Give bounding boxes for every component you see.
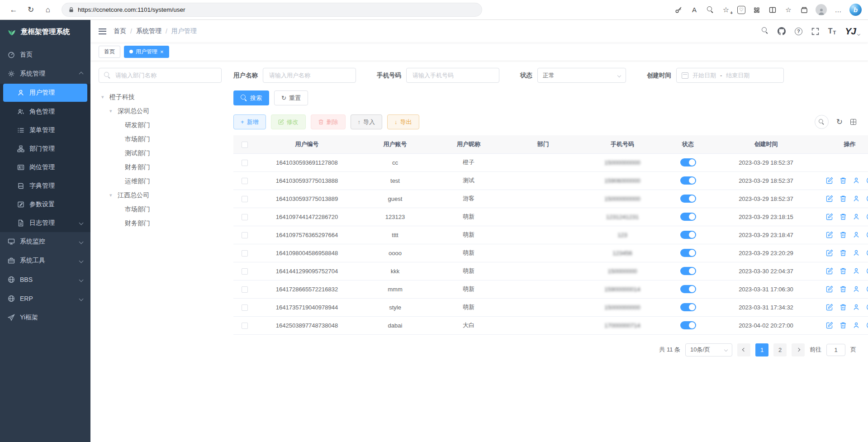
status-toggle[interactable]: [680, 195, 696, 203]
reset-button[interactable]: ↻ 重置: [274, 90, 308, 105]
github-icon[interactable]: [778, 27, 786, 35]
row-checkbox[interactable]: [242, 250, 248, 257]
sidebar-item-system-tools[interactable]: 系统工具: [0, 251, 90, 270]
status-toggle[interactable]: [680, 249, 696, 257]
page-2-button[interactable]: 2: [773, 343, 787, 356]
reset-password-icon[interactable]: [853, 267, 860, 275]
page-1-button[interactable]: 1: [755, 343, 768, 356]
add-button[interactable]: + 新增: [233, 114, 266, 129]
edit-icon[interactable]: [826, 285, 833, 293]
tree-node-dept[interactable]: 研发部门: [99, 118, 222, 132]
delete-icon[interactable]: [840, 304, 847, 311]
sidebar-item-log-management[interactable]: 日志管理: [0, 214, 90, 232]
caret-down-icon[interactable]: ▾: [101, 94, 106, 100]
tree-node-root[interactable]: ▾ 橙子科技: [99, 90, 222, 104]
sidebar-item-system-monitor[interactable]: 系统监控: [0, 232, 90, 251]
sidebar-item-erp[interactable]: ERP: [0, 289, 90, 308]
browser-back-icon[interactable]: ←: [6, 3, 21, 17]
split-screen-icon[interactable]: [768, 5, 777, 14]
sidebar-item-bbs[interactable]: BBS: [0, 270, 90, 289]
edit-icon[interactable]: [826, 249, 833, 257]
search-button[interactable]: 搜索: [233, 90, 269, 105]
delete-button[interactable]: 删除: [311, 114, 346, 129]
caret-down-icon[interactable]: ▾: [109, 192, 114, 198]
sidebar-item-param-settings[interactable]: 参数设置: [0, 195, 90, 214]
edit-icon[interactable]: [826, 322, 833, 329]
refresh-table-button[interactable]: ↻: [836, 117, 843, 127]
sidebar-item-home[interactable]: 首页: [0, 45, 90, 64]
reset-password-icon[interactable]: [853, 195, 860, 202]
collections-icon[interactable]: [800, 5, 809, 14]
password-key-icon[interactable]: [674, 5, 683, 14]
browser-home-icon[interactable]: ⌂: [41, 3, 55, 17]
search-toggle-button[interactable]: [815, 115, 829, 129]
user-avatar[interactable]: YJ: [845, 26, 860, 37]
delete-icon[interactable]: [840, 231, 847, 238]
row-checkbox[interactable]: [242, 268, 248, 275]
font-size-icon[interactable]: TT: [828, 27, 836, 35]
sidebar-item-yi-framework[interactable]: Yi框架: [0, 308, 90, 327]
reset-password-icon[interactable]: [853, 177, 860, 184]
next-page-button[interactable]: [792, 343, 805, 356]
help-icon[interactable]: ?: [795, 28, 802, 35]
status-toggle[interactable]: [680, 267, 696, 275]
import-button[interactable]: ↑ 导入: [351, 114, 383, 129]
page-size-select[interactable]: 10条/页: [685, 343, 732, 356]
add-favorite-icon[interactable]: ☆+: [721, 5, 730, 14]
row-checkbox[interactable]: [242, 286, 248, 293]
row-checkbox[interactable]: [242, 323, 248, 329]
zoom-icon[interactable]: [706, 5, 715, 14]
edit-icon[interactable]: [826, 213, 833, 220]
caret-down-icon[interactable]: ▾: [109, 108, 114, 114]
status-toggle[interactable]: [680, 158, 696, 166]
assign-role-icon[interactable]: [866, 231, 868, 238]
sidebar-item-user-management[interactable]: 用户管理: [3, 84, 87, 102]
tree-node-dept[interactable]: 测试部门: [99, 146, 222, 160]
reset-password-icon[interactable]: [853, 213, 860, 220]
column-settings-button[interactable]: [850, 119, 856, 125]
assign-role-icon[interactable]: [866, 213, 868, 220]
address-bar[interactable]: https://ccnetcore.com:1101/system/user: [62, 3, 482, 17]
delete-icon[interactable]: [840, 177, 847, 184]
reset-password-icon[interactable]: [853, 249, 860, 257]
tree-node-dept[interactable]: 市场部门: [99, 202, 222, 216]
goto-page-input[interactable]: [826, 344, 845, 356]
status-toggle[interactable]: [680, 213, 696, 221]
tree-node-company[interactable]: ▾ 江西总公司: [99, 188, 222, 202]
row-checkbox[interactable]: [242, 214, 248, 220]
tag-home[interactable]: 首页: [99, 46, 120, 58]
reset-password-icon[interactable]: [853, 322, 860, 329]
assign-role-icon[interactable]: [866, 195, 868, 202]
browser-more-icon[interactable]: …: [834, 5, 843, 14]
edit-icon[interactable]: [826, 304, 833, 311]
row-checkbox[interactable]: [242, 160, 248, 166]
copilot-icon[interactable]: b: [849, 4, 862, 16]
favorites-bar-icon[interactable]: ☆: [784, 5, 793, 14]
row-checkbox[interactable]: [242, 232, 248, 238]
sidebar-item-post-management[interactable]: 岗位管理: [0, 158, 90, 176]
prev-page-button[interactable]: [737, 343, 750, 356]
status-toggle[interactable]: [680, 285, 696, 293]
delete-icon[interactable]: [840, 195, 847, 202]
extensions-icon[interactable]: [752, 5, 761, 14]
export-button[interactable]: ↓ 导出: [387, 114, 419, 129]
breadcrumb-system[interactable]: 系统管理: [136, 27, 161, 35]
assign-role-icon[interactable]: [866, 322, 868, 329]
tree-node-dept[interactable]: 财务部门: [99, 160, 222, 174]
browser-profile-avatar[interactable]: [816, 4, 827, 15]
tree-node-dept[interactable]: 运维部门: [99, 174, 222, 188]
sidebar-item-menu-management[interactable]: 菜单管理: [0, 121, 90, 139]
edit-icon[interactable]: [826, 267, 833, 275]
delete-icon[interactable]: [840, 213, 847, 220]
fullscreen-icon[interactable]: [811, 28, 819, 35]
status-toggle[interactable]: [680, 231, 696, 239]
breadcrumb-home[interactable]: 首页: [114, 27, 126, 35]
reset-password-icon[interactable]: [853, 304, 860, 311]
row-checkbox[interactable]: [242, 178, 248, 184]
browser-essentials-icon[interactable]: ♡: [737, 6, 745, 14]
status-toggle[interactable]: [680, 303, 696, 311]
tree-node-dept[interactable]: 市场部门: [99, 132, 222, 146]
close-icon[interactable]: ×: [160, 49, 164, 55]
status-toggle[interactable]: [680, 176, 696, 185]
sidebar-item-dict-management[interactable]: 字典管理: [0, 176, 90, 195]
